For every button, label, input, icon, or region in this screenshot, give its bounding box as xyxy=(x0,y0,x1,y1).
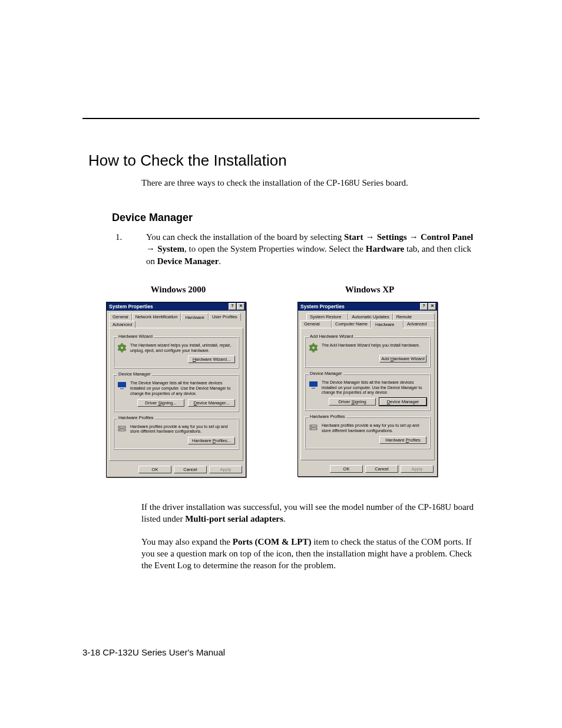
group-text: The Device Manager lists all the hardwar… xyxy=(322,380,427,396)
close-icon[interactable]: ✕ xyxy=(237,303,244,310)
dialog-buttons: OK Cancel Apply xyxy=(298,463,437,476)
title-bar-text: System Properties xyxy=(109,302,153,311)
column-windows-xp: Windows XP System Properties ? ✕ System … xyxy=(297,285,442,477)
path-system: System xyxy=(157,244,184,253)
tab-advanced[interactable]: Advanced xyxy=(109,321,135,328)
page-footer: 3-18 CP-132U Series User's Manual xyxy=(82,647,225,657)
group-legend: Hardware Profiles xyxy=(117,415,155,420)
tab-automatic-updates[interactable]: Automatic Updates xyxy=(348,313,392,320)
column-windows-2000: Windows 2000 System Properties ? ✕ Gener… xyxy=(106,285,250,477)
gear-icon xyxy=(309,343,318,353)
system-properties-dialog-2000: System Properties ? ✕ General Network Id… xyxy=(106,302,246,477)
driver-signing-button[interactable]: Driver Signing xyxy=(329,398,376,406)
apply-button[interactable]: Apply xyxy=(401,465,434,473)
tab-remote[interactable]: Remote xyxy=(393,313,435,320)
section-heading: How to Check the Installation xyxy=(88,151,480,170)
cancel-button[interactable]: Cancel xyxy=(365,465,398,473)
arrow-icon: → xyxy=(407,232,421,242)
tab-strip: General Network Identification Hardware … xyxy=(107,311,246,328)
monitor-icon xyxy=(117,381,127,390)
apply-button[interactable]: Apply xyxy=(209,466,242,473)
disks-icon xyxy=(309,423,318,433)
group-legend: Add Hardware Wizard xyxy=(309,334,354,339)
tab-hardware[interactable]: Hardware xyxy=(181,313,209,321)
help-icon[interactable]: ? xyxy=(420,303,428,310)
group-legend: Hardware Profiles xyxy=(309,414,346,419)
ports-label: Ports (COM & LPT) xyxy=(233,537,312,546)
help-icon[interactable]: ? xyxy=(229,303,236,310)
group-text: Hardware profiles provide a way for you … xyxy=(322,423,427,434)
tab-advanced[interactable]: Advanced xyxy=(404,320,435,328)
group-text: The Hardware wizard helps you install, u… xyxy=(130,343,235,354)
ok-button[interactable]: OK xyxy=(330,465,363,473)
tab-strip: System Restore Automatic Updates Remote … xyxy=(298,311,437,328)
title-bar: System Properties ? ✕ xyxy=(298,302,437,311)
add-hardware-wizard-button[interactable]: Add Hardware Wizard xyxy=(379,355,427,363)
step-number: 1. xyxy=(115,231,122,243)
hardware-profiles-button[interactable]: Hardware Profiles xyxy=(379,436,427,444)
system-properties-dialog-xp: System Properties ? ✕ System Restore Aut… xyxy=(297,302,438,477)
group-hardware-wizard: Hardware Wizard The Hardware wizard help… xyxy=(113,337,239,369)
tab-user-profiles[interactable]: User Profiles xyxy=(209,313,241,321)
tab-general[interactable]: General xyxy=(109,313,132,321)
driver-signing-button[interactable]: Driver Signing... xyxy=(137,399,184,407)
intro-paragraph: There are three ways to check the instal… xyxy=(141,178,480,188)
tab-general[interactable]: General xyxy=(300,320,332,328)
tab-panel: Hardware Wizard The Hardware wizard help… xyxy=(109,328,243,461)
disks-icon xyxy=(117,424,127,434)
top-rule xyxy=(82,118,480,119)
dialog-buttons: OK Cancel Apply xyxy=(107,463,246,477)
screenshot-columns: Windows 2000 System Properties ? ✕ Gener… xyxy=(106,285,480,477)
group-text: The Device Manager lists all the hardwar… xyxy=(130,381,235,396)
path-hardware: Hardware xyxy=(366,244,405,253)
title-bar-text: System Properties xyxy=(300,302,345,311)
after-paragraph-2: You may also expand the Ports (COM & LPT… xyxy=(141,536,480,572)
group-legend: Device Manager xyxy=(117,371,152,377)
path-start: Start xyxy=(344,232,363,242)
group-device-manager: Device Manager The Device Manager lists … xyxy=(305,374,431,411)
tab-computer-name[interactable]: Computer Name xyxy=(332,320,371,328)
group-text: The Add Hardware Wizard helps you instal… xyxy=(322,343,420,348)
path-device-manager: Device Manager xyxy=(157,256,219,266)
after-paragraph-1: If the driver installation was successfu… xyxy=(141,501,480,525)
group-hardware-profiles: Hardware Profiles Hardware profiles prov… xyxy=(113,418,239,450)
group-text: Hardware profiles provide a way for you … xyxy=(130,424,235,435)
group-device-manager: Device Manager The Device Manager lists … xyxy=(113,374,239,411)
tab-system-restore[interactable]: System Restore xyxy=(306,313,348,320)
step-text: You can check the installation of the bo… xyxy=(146,232,344,242)
ok-button[interactable]: OK xyxy=(138,466,171,473)
hardware-wizard-button[interactable]: HHardware Wizard...ardware Wizard... xyxy=(188,355,235,363)
document-page: How to Check the Installation There are … xyxy=(0,0,562,728)
column-title: Windows 2000 xyxy=(106,285,250,295)
step-text: . xyxy=(219,256,221,266)
device-manager-button[interactable]: Device Manager xyxy=(379,398,427,406)
column-title: Windows XP xyxy=(297,285,442,295)
group-hardware-profiles: Hardware Profiles Hardware profiles prov… xyxy=(305,417,431,449)
tab-network-identification[interactable]: Network Identification xyxy=(132,313,181,321)
group-legend: Device Manager xyxy=(309,371,343,376)
cancel-button[interactable]: Cancel xyxy=(174,466,207,473)
gear-icon xyxy=(117,343,127,353)
step-1: 1. You can check the installation of the… xyxy=(128,231,480,267)
device-manager-button[interactable]: Device Manager... xyxy=(188,399,235,407)
multiport-label: Multi-port serial adapters xyxy=(185,514,283,523)
monitor-icon xyxy=(309,380,318,390)
subsection-heading: Device Manager xyxy=(112,212,480,224)
title-bar: System Properties ? ✕ xyxy=(107,302,246,311)
group-add-hardware-wizard: Add Hardware Wizard The Add Hardware Wiz… xyxy=(305,337,431,368)
step-text: , to open the System Properties window. … xyxy=(184,244,366,253)
hardware-profiles-button[interactable]: Hardware Profiles... xyxy=(188,437,235,444)
path-settings: Settings xyxy=(377,232,407,242)
close-icon[interactable]: ✕ xyxy=(428,303,436,310)
arrow-icon: → xyxy=(146,243,157,253)
tab-hardware[interactable]: Hardware xyxy=(371,320,404,328)
group-legend: Hardware Wizard xyxy=(117,334,154,339)
tab-panel: Add Hardware Wizard The Add Hardware Wiz… xyxy=(300,328,435,460)
path-control-panel: Control Panel xyxy=(421,232,473,242)
arrow-icon: → xyxy=(363,232,376,242)
